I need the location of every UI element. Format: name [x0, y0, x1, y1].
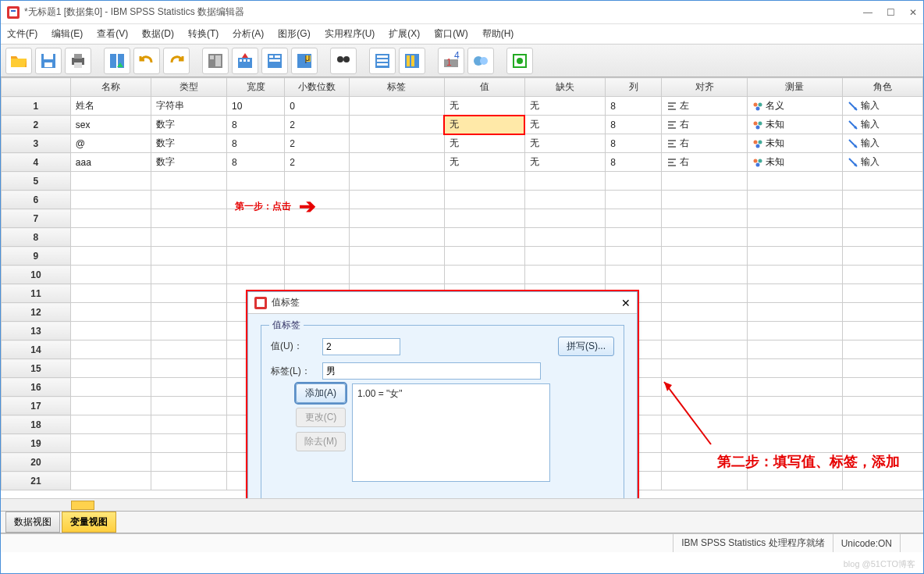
cell-empty[interactable] [151, 228, 227, 247]
cell-empty[interactable] [662, 228, 747, 247]
row-header[interactable]: 7 [2, 209, 71, 228]
menu-extensions[interactable]: 扩展(X) [389, 27, 420, 41]
cell-empty[interactable] [151, 340, 227, 359]
cell-empty[interactable] [151, 453, 227, 472]
cell-columns[interactable]: 8 [606, 134, 662, 153]
cell-measure[interactable]: 未知 [747, 153, 842, 172]
cell-empty[interactable] [285, 247, 350, 266]
cell-empty[interactable] [842, 228, 922, 247]
cell-label[interactable] [349, 134, 444, 153]
cell-empty[interactable] [151, 434, 227, 453]
cell-empty[interactable] [606, 209, 662, 228]
row-header[interactable]: 9 [2, 247, 71, 266]
cell-missing[interactable]: 无 [524, 116, 605, 134]
col-columns[interactable]: 列 [606, 78, 662, 97]
cell-empty[interactable] [662, 247, 747, 266]
cell-empty[interactable] [842, 247, 922, 266]
cell-empty[interactable] [227, 266, 285, 284]
cell-empty[interactable] [151, 322, 227, 340]
cell-role[interactable]: 输入 [842, 153, 922, 172]
cell-empty[interactable] [70, 284, 151, 303]
cell-width[interactable]: 10 [227, 97, 285, 116]
cell-empty[interactable] [842, 397, 922, 415]
compute-icon[interactable]: μ [291, 48, 318, 74]
menu-help[interactable]: 帮助(H) [482, 27, 514, 41]
row-header[interactable]: 8 [2, 228, 71, 247]
cell-empty[interactable] [842, 303, 922, 322]
cell-empty[interactable] [662, 415, 747, 434]
cell-decimals[interactable]: 2 [285, 116, 350, 134]
cell-width[interactable]: 8 [227, 116, 285, 134]
save-icon[interactable] [35, 48, 62, 74]
row-header[interactable]: 17 [2, 397, 71, 415]
cell-empty[interactable] [444, 209, 524, 228]
print-icon[interactable] [65, 48, 91, 74]
cell-align[interactable]: 右 [662, 116, 747, 134]
cell-empty[interactable] [70, 322, 151, 340]
cell-role[interactable]: 输入 [842, 116, 922, 134]
cell-empty[interactable] [842, 415, 922, 434]
cell-empty[interactable] [151, 303, 227, 322]
open-icon[interactable] [5, 48, 32, 74]
menu-data[interactable]: 数据(D) [142, 27, 174, 41]
cell-empty[interactable] [444, 191, 524, 209]
cell-empty[interactable] [285, 172, 350, 191]
cell-empty[interactable] [747, 397, 842, 415]
row-header[interactable]: 10 [2, 266, 71, 284]
cell-empty[interactable] [70, 472, 151, 490]
cell-missing[interactable]: 无 [524, 134, 605, 153]
weight-icon[interactable] [467, 48, 494, 74]
tab-data-view[interactable]: 数据视图 [5, 512, 60, 533]
cell-measure[interactable]: 未知 [747, 134, 842, 153]
menu-window[interactable]: 窗口(W) [434, 27, 467, 41]
dialog-close-button[interactable]: ✕ [621, 297, 631, 309]
cell-empty[interactable] [524, 247, 605, 266]
cell-empty[interactable] [70, 397, 151, 415]
cell-empty[interactable] [524, 266, 605, 284]
cell-empty[interactable] [747, 434, 842, 453]
horizontal-scrollbar[interactable] [1, 498, 923, 511]
cell-empty[interactable] [70, 359, 151, 378]
cell-empty[interactable] [70, 266, 151, 284]
row-header[interactable]: 20 [2, 453, 71, 472]
cell-empty[interactable] [70, 340, 151, 359]
cell-empty[interactable] [70, 209, 151, 228]
cell-empty[interactable] [349, 172, 444, 191]
redo-icon[interactable] [163, 48, 190, 74]
cell-empty[interactable] [227, 247, 285, 266]
menu-transform[interactable]: 转换(T) [188, 27, 219, 41]
cell-empty[interactable] [747, 266, 842, 284]
cell-name[interactable]: sex [70, 116, 151, 134]
undo-icon[interactable] [133, 48, 160, 74]
label-input[interactable] [322, 362, 541, 380]
insert-case-icon[interactable] [369, 48, 396, 74]
cell-empty[interactable] [606, 228, 662, 247]
goto-icon[interactable] [202, 48, 229, 74]
cell-empty[interactable] [662, 209, 747, 228]
cell-values[interactable]: 无 [444, 116, 524, 134]
cell-empty[interactable] [606, 191, 662, 209]
cell-empty[interactable] [151, 247, 227, 266]
cell-empty[interactable] [662, 322, 747, 340]
cell-empty[interactable] [444, 266, 524, 284]
cell-empty[interactable] [70, 434, 151, 453]
cell-empty[interactable] [842, 191, 922, 209]
cell-empty[interactable] [842, 340, 922, 359]
cell-empty[interactable] [524, 228, 605, 247]
cell-empty[interactable] [227, 191, 285, 209]
cell-type[interactable]: 数字 [151, 153, 227, 172]
cell-empty[interactable] [349, 247, 444, 266]
cell-empty[interactable] [285, 209, 350, 228]
cell-empty[interactable] [444, 172, 524, 191]
cell-columns[interactable]: 8 [606, 97, 662, 116]
scrollbar-thumb[interactable] [71, 501, 94, 510]
cell-missing[interactable]: 无 [524, 97, 605, 116]
col-type[interactable]: 类型 [151, 78, 227, 97]
row-header[interactable]: 21 [2, 472, 71, 490]
cell-empty[interactable] [70, 415, 151, 434]
menu-edit[interactable]: 编辑(E) [52, 27, 83, 41]
cell-empty[interactable] [151, 472, 227, 490]
cell-label[interactable] [349, 116, 444, 134]
cell-empty[interactable] [285, 191, 350, 209]
row-header[interactable]: 14 [2, 340, 71, 359]
